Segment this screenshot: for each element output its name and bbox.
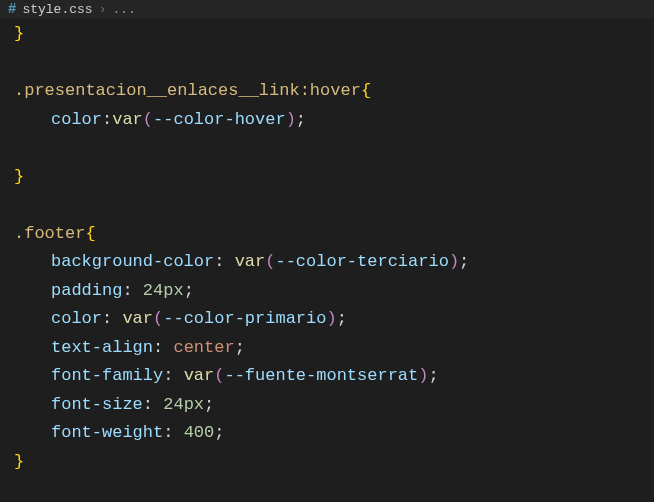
- paren-open: (: [143, 110, 153, 129]
- semicolon: ;: [235, 338, 245, 357]
- css-property: background-color: [51, 252, 214, 271]
- css-variable: --color-terciario: [275, 252, 448, 271]
- code-editor[interactable]: } .presentacion__enlaces__link:hover{ co…: [0, 18, 654, 476]
- open-brace: {: [85, 224, 95, 243]
- css-property: font-weight: [51, 423, 163, 442]
- code-line[interactable]: .presentacion__enlaces__link:hover{: [14, 77, 654, 106]
- paren-close: ): [326, 309, 336, 328]
- css-function: var: [112, 110, 143, 129]
- code-line[interactable]: background-color: var(--color-terciario)…: [14, 248, 654, 277]
- breadcrumb-filename[interactable]: style.css: [22, 2, 92, 17]
- semicolon: ;: [184, 281, 194, 300]
- blank-line: [14, 195, 24, 214]
- paren-open: (: [265, 252, 275, 271]
- paren-open: (: [214, 366, 224, 385]
- css-function: var: [122, 309, 153, 328]
- css-value: 24px: [143, 281, 184, 300]
- code-line[interactable]: [14, 49, 654, 78]
- css-property: color: [51, 110, 102, 129]
- colon: :: [163, 423, 183, 442]
- open-brace: {: [361, 81, 371, 100]
- semicolon: ;: [428, 366, 438, 385]
- colon: :: [102, 110, 112, 129]
- css-selector: .footer: [14, 224, 85, 243]
- semicolon: ;: [337, 309, 347, 328]
- colon: :: [153, 338, 173, 357]
- css-pseudo: :hover: [300, 81, 361, 100]
- paren-close: ): [286, 110, 296, 129]
- css-property: color: [51, 309, 102, 328]
- breadcrumb-ellipsis[interactable]: ...: [112, 2, 135, 17]
- css-property: font-family: [51, 366, 163, 385]
- css-value: 400: [184, 423, 215, 442]
- closing-brace: }: [14, 452, 24, 471]
- semicolon: ;: [204, 395, 214, 414]
- code-line[interactable]: font-family: var(--fuente-montserrat);: [14, 362, 654, 391]
- css-variable: --color-hover: [153, 110, 286, 129]
- semicolon: ;: [296, 110, 306, 129]
- semicolon: ;: [214, 423, 224, 442]
- css-property: padding: [51, 281, 122, 300]
- code-line[interactable]: color:var(--color-hover);: [14, 106, 654, 135]
- colon: :: [143, 395, 163, 414]
- closing-brace: }: [14, 167, 24, 186]
- breadcrumb-bar[interactable]: # style.css › ...: [0, 0, 654, 18]
- css-property: text-align: [51, 338, 153, 357]
- paren-close: ): [449, 252, 459, 271]
- paren-open: (: [153, 309, 163, 328]
- code-line[interactable]: font-size: 24px;: [14, 391, 654, 420]
- colon: :: [214, 252, 234, 271]
- code-line[interactable]: [14, 134, 654, 163]
- css-file-icon: #: [8, 1, 16, 17]
- code-line[interactable]: }: [14, 20, 654, 49]
- css-function: var: [235, 252, 266, 271]
- colon: :: [163, 366, 183, 385]
- css-variable: --color-primario: [163, 309, 326, 328]
- code-line[interactable]: .footer{: [14, 220, 654, 249]
- code-line[interactable]: }: [14, 163, 654, 192]
- css-value: 24px: [163, 395, 204, 414]
- css-function: var: [184, 366, 215, 385]
- blank-line: [15, 138, 25, 157]
- css-variable: --fuente-montserrat: [224, 366, 418, 385]
- colon: :: [102, 309, 122, 328]
- css-value: center: [173, 338, 234, 357]
- breadcrumb-separator: ›: [99, 2, 107, 17]
- code-line[interactable]: padding: 24px;: [14, 277, 654, 306]
- closing-brace: }: [14, 24, 24, 43]
- semicolon: ;: [459, 252, 469, 271]
- code-line[interactable]: text-align: center;: [14, 334, 654, 363]
- code-line[interactable]: [14, 191, 654, 220]
- paren-close: ): [418, 366, 428, 385]
- code-line[interactable]: font-weight: 400;: [14, 419, 654, 448]
- code-line[interactable]: color: var(--color-primario);: [14, 305, 654, 334]
- colon: :: [122, 281, 142, 300]
- css-property: font-size: [51, 395, 143, 414]
- blank-line: [14, 53, 24, 72]
- code-line[interactable]: }: [14, 448, 654, 477]
- css-selector: .presentacion__enlaces__link: [14, 81, 300, 100]
